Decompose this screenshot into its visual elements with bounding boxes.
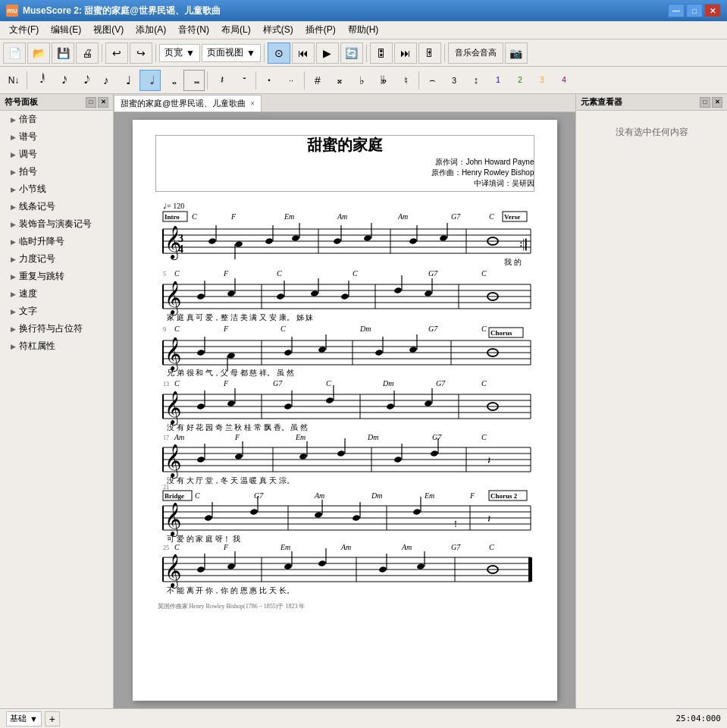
voice4-button[interactable]: 4 (553, 70, 575, 91)
panel-item-key[interactable]: ▶ 调号 (0, 146, 113, 163)
tab-label: 甜蜜的家庭@世界民谣、儿童歌曲 (121, 98, 246, 109)
panel-item-barline[interactable]: ▶ 小节线 (0, 180, 113, 198)
voice1-button[interactable]: 1 (487, 70, 509, 91)
svg-text:C: C (277, 269, 282, 278)
panel-item-repeats[interactable]: ▶ 重复与跳转 (0, 268, 113, 285)
new-button[interactable]: 📄 (3, 42, 26, 64)
svg-point-132 (284, 403, 292, 410)
image-capture-button[interactable]: 📷 (505, 42, 528, 64)
panel-item-accidentals[interactable]: ▶ 临时升降号 (0, 233, 113, 250)
note-64th[interactable]: 𝅘𝅥𝅲 (30, 70, 51, 91)
flip-button[interactable]: ↕ (465, 70, 487, 91)
rewind-button[interactable]: ⏮ (292, 42, 315, 64)
accidental-sharp[interactable]: # (307, 70, 328, 91)
tuplet-button[interactable]: 3 (443, 70, 465, 91)
panel-item-clef[interactable]: ▶ 谱号 (0, 128, 113, 146)
palette-label: 基础 (10, 713, 27, 724)
palette-dropdown[interactable]: 基础 ▼ (6, 711, 42, 726)
panel-float-button[interactable]: □ (86, 97, 96, 108)
dot-button[interactable]: · (259, 70, 280, 91)
accidental-natural[interactable]: ♮ (395, 70, 416, 91)
panel-close-button[interactable]: ✕ (98, 97, 108, 108)
repeat-button[interactable]: 🔄 (340, 42, 363, 64)
double-dot-button[interactable]: ·· (280, 70, 302, 91)
right-panel-close-button[interactable]: ✕ (712, 97, 722, 108)
score-container[interactable]: 甜蜜的家庭 原作词：John Howard Payne 原作曲：Henry Ro… (114, 112, 575, 708)
panel-item-tempo[interactable]: ▶ 速度 (0, 285, 113, 303)
note-8th[interactable]: ♪ (96, 70, 117, 91)
panel-item-text[interactable]: ▶ 文字 (0, 303, 113, 320)
note-16th[interactable]: 𝅘𝅥𝅮 (74, 70, 95, 91)
menu-plugin[interactable]: 插件(P) (299, 22, 342, 38)
accidental-flat[interactable]: ♭ (351, 70, 372, 91)
svg-text:G7: G7 (428, 325, 438, 333)
note-quarter[interactable]: ♩ (118, 70, 139, 91)
note-breve[interactable]: 𝅜 (183, 70, 205, 91)
svg-text:C: C (174, 543, 180, 551)
play-button[interactable]: ▶ (316, 42, 339, 64)
menu-layout[interactable]: 布局(L) (215, 22, 257, 38)
mixer-button[interactable]: 🎛 (370, 42, 393, 64)
menu-help[interactable]: 帮助(H) (342, 22, 385, 38)
panel-item-breaks[interactable]: ▶ 换行符与占位符 (0, 320, 113, 337)
zoom-dropdown[interactable]: 页宽 ▼ (159, 44, 200, 62)
panel-item-lines[interactable]: ▶ 线条记号 (0, 198, 113, 215)
voice3-button[interactable]: 3 (531, 70, 553, 91)
redo-button[interactable]: ↪ (130, 42, 152, 64)
svg-point-161 (234, 453, 243, 460)
panel-item-octave[interactable]: ▶ 倍音 (0, 111, 113, 128)
score-credit1: 原作词：John Howard Payne (155, 157, 534, 168)
note-whole[interactable]: 𝅝 (161, 70, 183, 91)
svg-point-235 (318, 560, 326, 566)
svg-text:可 爱 的 家 庭 呀！ 我: 可 爱 的 家 庭 呀！ 我 (167, 535, 240, 543)
tab-close-button[interactable]: × (250, 99, 255, 108)
right-panel-header: 元素查看器 □ ✕ (576, 94, 727, 111)
menu-view[interactable]: 视图(V) (87, 22, 130, 38)
close-button[interactable]: ✕ (704, 4, 721, 17)
svg-point-134 (325, 397, 334, 403)
undo-button[interactable]: ↩ (105, 42, 128, 64)
svg-text:G7: G7 (451, 543, 461, 551)
accidental-double-flat[interactable]: 𝄫 (373, 70, 394, 91)
input-mode-button[interactable]: N↓ (3, 70, 24, 91)
score-config-button[interactable]: 🎚 (418, 42, 441, 64)
piano-button[interactable]: ⏭ (394, 42, 417, 64)
minimize-button[interactable]: — (668, 4, 685, 17)
right-panel-float-button[interactable]: □ (700, 97, 710, 108)
arrow-icon: ▶ (11, 256, 16, 263)
svg-text:Dm: Dm (371, 491, 382, 500)
panel-item-ornaments[interactable]: ▶ 装饰音与演奏记号 (0, 215, 113, 233)
menu-note[interactable]: 音符(N) (172, 22, 215, 38)
panel-item-dynamics[interactable]: ▶ 力度记号 (0, 250, 113, 268)
rest-quarter[interactable]: 𝄽 (210, 70, 231, 91)
menu-file[interactable]: 文件(F) (3, 22, 45, 38)
svg-point-101 (318, 346, 326, 353)
rest-whole[interactable]: 𝄻 (232, 70, 253, 91)
menu-edit[interactable]: 编辑(E) (45, 22, 87, 38)
concert-pitch-button[interactable]: 音乐会音高 (448, 42, 503, 64)
accidental-double-sharp[interactable]: 𝄪 (329, 70, 350, 91)
open-button[interactable]: 📂 (27, 42, 50, 64)
loop-playback-button[interactable]: ⊙ (268, 42, 290, 64)
panel-item-time[interactable]: ▶ 拍号 (0, 163, 113, 180)
menu-add[interactable]: 添加(A) (130, 22, 172, 38)
save-button[interactable]: 💾 (52, 42, 74, 64)
tie-button[interactable]: ⌢ (421, 70, 443, 91)
voice2-button[interactable]: 2 (509, 70, 531, 91)
score-tab[interactable]: 甜蜜的家庭@世界民谣、儿童歌曲 × (114, 95, 262, 111)
arrow-icon: ▶ (11, 238, 16, 246)
maximize-button[interactable]: □ (686, 4, 703, 17)
svg-text:𝄞: 𝄞 (165, 502, 181, 538)
note-sep-5 (418, 71, 419, 89)
note-32nd[interactable]: 𝅘𝅥𝅯 (52, 70, 73, 91)
panel-item-beam[interactable]: ▶ 符杠属性 (0, 337, 113, 355)
app-icon: mu (6, 5, 18, 17)
svg-point-30 (333, 237, 341, 244)
note-half[interactable]: 𝅗𝅥 (139, 70, 161, 91)
svg-point-27 (291, 234, 299, 241)
add-palette-button[interactable]: + (45, 711, 60, 726)
separator-2 (155, 44, 156, 62)
menu-style[interactable]: 样式(S) (257, 22, 299, 38)
print-button[interactable]: 🖨 (76, 42, 99, 64)
view-mode-dropdown[interactable]: 页面视图 ▼ (202, 44, 261, 62)
